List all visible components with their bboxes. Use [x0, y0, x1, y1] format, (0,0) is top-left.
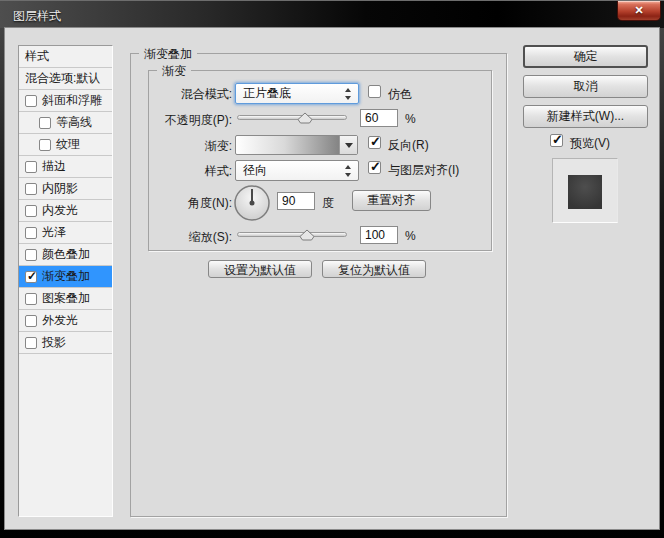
close-icon: ✕: [634, 4, 643, 16]
updown-arrows-icon: [345, 88, 352, 100]
checkbox-icon[interactable]: [25, 161, 37, 173]
reset-alignment-button[interactable]: 重置对齐: [352, 190, 431, 211]
preview-label: 预览(V): [570, 135, 610, 152]
sidebar-item-outer-glow[interactable]: 外发光: [19, 310, 112, 332]
slider-thumb-icon: [299, 229, 315, 241]
style-preview-box: [552, 158, 618, 223]
align-with-layer-checkbox[interactable]: [368, 161, 381, 174]
checkbox-icon[interactable]: [25, 337, 37, 349]
angle-dial[interactable]: [233, 184, 271, 222]
layer-style-dialog: 图层样式 ✕ 样式 混合选项:默认 斜面和浮雕 等高线 纹理: [0, 0, 664, 538]
sidebar-item-label: 混合选项:默认: [25, 70, 100, 87]
reset-to-default-button[interactable]: 复位为默认值: [322, 260, 426, 278]
sidebar-item-pattern-overlay[interactable]: 图案叠加: [19, 288, 112, 310]
blend-mode-select[interactable]: 正片叠底: [235, 83, 359, 104]
opacity-slider-track[interactable]: [237, 115, 347, 120]
checkbox-icon[interactable]: [25, 315, 37, 327]
titlebar[interactable]: 图层样式 ✕: [0, 0, 664, 28]
new-style-button[interactable]: 新建样式(W)...: [523, 105, 648, 128]
cancel-button[interactable]: 取消: [523, 75, 648, 98]
reverse-checkbox[interactable]: [368, 136, 381, 149]
sidebar-item-label: 投影: [42, 334, 66, 351]
style-label: 样式:: [42, 163, 232, 180]
checkbox-icon[interactable]: [25, 183, 37, 195]
sidebar-item-label: 颜色叠加: [42, 246, 90, 263]
dialog-client-area: 样式 混合选项:默认 斜面和浮雕 等高线 纹理 描边: [5, 28, 659, 529]
close-button[interactable]: ✕: [617, 1, 661, 21]
sidebar-item-styles[interactable]: 样式: [19, 46, 112, 68]
sidebar-item-color-overlay[interactable]: 颜色叠加: [19, 244, 112, 266]
slider-thumb-icon: [297, 112, 313, 124]
preview-checkbox[interactable]: [550, 134, 563, 147]
dither-checkbox[interactable]: [368, 85, 381, 98]
opacity-unit: %: [405, 112, 416, 126]
set-as-default-button[interactable]: 设置为默认值: [208, 260, 312, 278]
group-legend: 渐变叠加: [139, 46, 197, 63]
angle-label: 角度(N):: [42, 195, 232, 212]
checkbox-icon[interactable]: [25, 95, 37, 107]
updown-arrows-icon: [345, 165, 352, 177]
scale-input[interactable]: [360, 226, 398, 244]
blend-mode-value: 正片叠底: [243, 86, 291, 100]
sidebar-item-label: 图案叠加: [42, 290, 90, 307]
opacity-label: 不透明度(P):: [42, 112, 232, 129]
opacity-slider-thumb[interactable]: [297, 110, 313, 122]
reverse-label: 反向(R): [388, 137, 429, 154]
blend-mode-label: 混合模式:: [42, 86, 232, 103]
opacity-input[interactable]: [360, 109, 398, 127]
angle-input[interactable]: [277, 192, 315, 210]
dropdown-arrow-icon[interactable]: [339, 136, 357, 154]
checkbox-icon[interactable]: [25, 227, 37, 239]
scale-slider-thumb[interactable]: [299, 227, 315, 239]
checkbox-icon[interactable]: [25, 205, 37, 217]
sidebar-item-label: 外发光: [42, 312, 78, 329]
scale-unit: %: [405, 229, 416, 243]
checkbox-icon[interactable]: [25, 249, 37, 261]
window-title: 图层样式: [13, 8, 61, 25]
dither-label: 仿色: [388, 86, 412, 103]
sidebar-item-gradient-overlay[interactable]: 渐变叠加: [19, 266, 112, 288]
scale-slider-track[interactable]: [237, 232, 347, 237]
sidebar-item-label: 渐变叠加: [42, 268, 90, 285]
align-with-layer-label: 与图层对齐(I): [388, 162, 459, 179]
style-select[interactable]: 径向: [235, 160, 359, 181]
style-preview-swatch: [568, 175, 602, 209]
checkbox-checked-icon[interactable]: [25, 271, 37, 283]
scale-label: 缩放(S):: [42, 229, 232, 246]
sidebar-item-label: 样式: [25, 48, 49, 65]
gradient-label: 渐变:: [42, 138, 232, 155]
checkbox-icon[interactable]: [25, 293, 37, 305]
ok-button[interactable]: 确定: [523, 45, 648, 68]
angle-unit: 度: [322, 195, 334, 212]
style-value: 径向: [243, 163, 267, 177]
angle-dial-icon: [233, 184, 271, 222]
gradient-preview-well[interactable]: [235, 135, 358, 155]
subgroup-legend: 渐变: [157, 63, 191, 80]
sidebar-item-drop-shadow[interactable]: 投影: [19, 332, 112, 354]
